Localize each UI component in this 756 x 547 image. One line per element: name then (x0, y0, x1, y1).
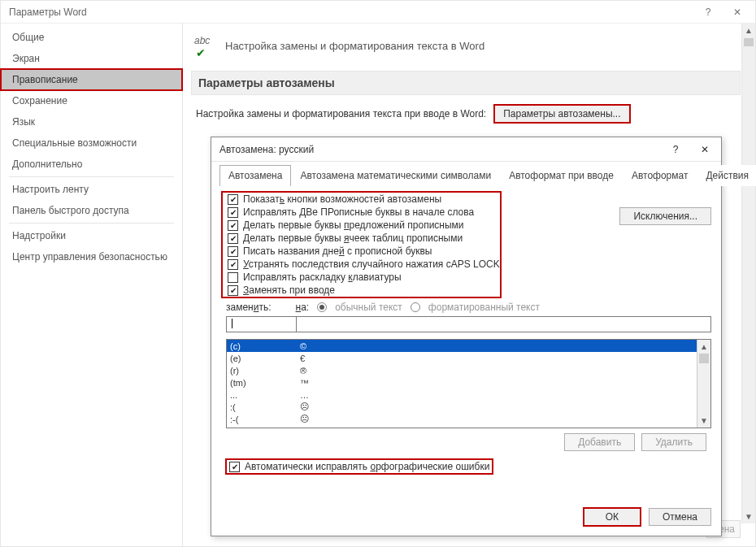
tab-autoformat[interactable]: Автоформат (623, 165, 697, 186)
replace-table-rows[interactable]: (c)© (e)€ (r)® (tm)™ ...… :(☹ :-(☹ (227, 340, 697, 428)
check-label: Писать названия дней с прописной буквы (243, 245, 432, 257)
abc-label: abc (194, 35, 210, 46)
checkbox[interactable]: ✔ (229, 462, 240, 472)
autocorrect-heading: Параметры автозамены (191, 71, 741, 95)
table-row[interactable]: ...… (227, 389, 697, 401)
outer-title: Параметры Word (9, 7, 693, 18)
radio-plain-text[interactable] (317, 302, 327, 312)
dialog-titlebar: Автозамена: русский ? ✕ (211, 137, 721, 162)
sidebar-item-accessibility[interactable]: Специальные возможности (1, 132, 182, 154)
exceptions-button[interactable]: Исключения... (619, 207, 711, 225)
scroll-up-icon[interactable]: ▲ (742, 24, 755, 37)
sidebar-item-proofing[interactable]: Правописание (1, 69, 182, 90)
sidebar-item-qat[interactable]: Панель быстрого доступа (1, 200, 182, 221)
autocorrect-options-button[interactable]: Параметры автозамены... (494, 105, 629, 123)
checks-area: ✔ Показать кнопки возможностей автозамен… (221, 191, 711, 298)
check-label: Исправлять раскладку клавиатуры (243, 271, 402, 283)
checkbox[interactable]: ✔ (228, 194, 238, 205)
table-row[interactable]: :-(☹ (227, 413, 697, 425)
proofing-intro: Настройка замены и форматирования текста… (225, 35, 484, 52)
tab-math-autocorrect[interactable]: Автозамена математическими символами (291, 165, 500, 186)
autocorrect-subrow: Настройка замены и форматирования текста… (196, 105, 736, 123)
add-button[interactable]: Добавить (564, 433, 635, 451)
auto-spellcheck-label: Автоматически исправлять орфографические… (245, 461, 489, 472)
tab-actions[interactable]: Действия (697, 165, 756, 186)
check-capitalize-sentences[interactable]: ✔ Делать первые буквы предложений пропис… (223, 219, 500, 232)
check-label: Делать первые буквы ячеек таблиц прописн… (243, 232, 463, 244)
check-replace-as-you-type[interactable]: ✔ Заменять при вводе (223, 284, 500, 297)
help-icon: ? (706, 7, 711, 18)
check-capitalize-days[interactable]: ✔ Писать названия дней с прописной буквы (223, 245, 500, 258)
dialog-help-button[interactable]: ? (661, 138, 690, 161)
sidebar-item-addins[interactable]: Надстройки (1, 225, 182, 246)
check-label: Исправлять ДВе ПРописные буквы в начале … (243, 206, 474, 218)
checkbox[interactable]: ✔ (228, 246, 238, 257)
close-icon: ✕ (733, 7, 741, 18)
check-capitalize-table-cells[interactable]: ✔ Делать первые буквы ячеек таблиц пропи… (223, 232, 500, 245)
help-button[interactable]: ? (693, 1, 723, 23)
sidebar-divider (9, 223, 174, 224)
dialog-title: Автозамена: русский (219, 144, 661, 155)
table-row[interactable]: :(☹ (227, 401, 697, 413)
check-icon: ✔ (196, 46, 206, 59)
table-row[interactable]: (r)® (227, 364, 697, 376)
dialog-close-button[interactable]: ✕ (690, 138, 719, 161)
dialog-footer: ОК Отмена (211, 500, 721, 536)
sidebar-item-general[interactable]: Общие (1, 27, 182, 48)
table-row[interactable]: (c)© (227, 340, 697, 352)
help-icon: ? (673, 144, 679, 155)
auto-spellcheck-row[interactable]: ✔ Автоматически исправлять орфографическ… (226, 459, 493, 474)
checkbox[interactable]: ✔ (228, 220, 238, 231)
word-options-window: Параметры Word ? ✕ Общие Экран Правописа… (0, 0, 756, 547)
checkbox[interactable]: ✔ (228, 285, 238, 296)
checkbox[interactable]: ✔ (228, 207, 238, 218)
close-icon: ✕ (701, 144, 709, 155)
scrollbar-thumb[interactable] (699, 354, 709, 363)
checkbox[interactable]: ✔ (228, 233, 238, 244)
check-keyboard-layout[interactable]: Исправлять раскладку клавиатуры (223, 271, 500, 284)
sidebar-item-save[interactable]: Сохранение (1, 90, 182, 111)
ok-button[interactable]: ОК (584, 508, 641, 526)
on-label: на: (296, 302, 310, 313)
proofing-header-row: abc ✔ Настройка замены и форматирования … (194, 35, 741, 58)
scroll-down-icon[interactable]: ▼ (742, 510, 755, 523)
replace-table: (c)© (e)€ (r)® (tm)™ ...… :(☹ :-(☹ ▲ ▼ (226, 339, 711, 428)
delete-button[interactable]: Удалить (641, 433, 706, 451)
add-delete-row: Добавить Удалить (221, 433, 706, 451)
table-row[interactable]: (tm)™ (227, 376, 697, 389)
replace-with-row: заменить: на: обычный текст форматирован… (226, 302, 711, 313)
text-caret (232, 319, 232, 328)
replace-input[interactable] (226, 316, 296, 332)
content-scrollbar[interactable]: ▲ ▼ (741, 24, 755, 523)
checkbox[interactable] (228, 272, 238, 283)
outer-titlebar: Параметры Word ? ✕ (1, 1, 755, 23)
radio-plain-text-label: обычный текст (335, 302, 402, 313)
scrollbar-thumb[interactable] (744, 38, 754, 46)
proofing-icon: abc ✔ (194, 35, 217, 58)
checkbox[interactable]: ✔ (228, 259, 238, 270)
check-show-autocorrect-buttons[interactable]: ✔ Показать кнопки возможностей автозамен… (223, 193, 500, 206)
check-caps-lock[interactable]: ✔ Устранять последствия случайного нажат… (223, 258, 500, 271)
tab-autoformat-as-you-type[interactable]: Автоформат при вводе (500, 165, 623, 186)
replace-inputs-row (226, 316, 711, 332)
replace-label: заменить: (226, 302, 272, 313)
sidebar-item-advanced[interactable]: Дополнительно (1, 154, 182, 175)
sidebar-item-customize-ribbon[interactable]: Настроить ленту (1, 179, 182, 200)
table-row[interactable]: (e)€ (227, 352, 697, 364)
autocorrect-subtext: Настройка замены и форматирования текста… (196, 108, 486, 119)
close-button[interactable]: ✕ (723, 1, 752, 23)
check-label: Делать первые буквы предложений прописны… (243, 219, 464, 231)
radio-formatted-text[interactable] (411, 302, 420, 312)
scroll-down-icon[interactable]: ▼ (697, 414, 710, 428)
sidebar-item-language[interactable]: Язык (1, 111, 182, 132)
cancel-button[interactable]: Отмена (649, 508, 711, 526)
sidebar-item-display[interactable]: Экран (1, 48, 182, 69)
check-two-initial-caps[interactable]: ✔ Исправлять ДВе ПРописные буквы в начал… (223, 206, 500, 219)
with-input[interactable] (296, 316, 711, 332)
scroll-up-icon[interactable]: ▲ (697, 340, 710, 354)
tab-autocorrect[interactable]: Автозамена (219, 165, 291, 186)
sidebar-item-trust-center[interactable]: Центр управления безопасностью (1, 246, 182, 267)
table-scrollbar[interactable]: ▲ ▼ (697, 340, 710, 428)
check-label: Устранять последствия случайного нажатия… (243, 258, 500, 270)
check-label: Заменять при вводе (243, 284, 335, 296)
